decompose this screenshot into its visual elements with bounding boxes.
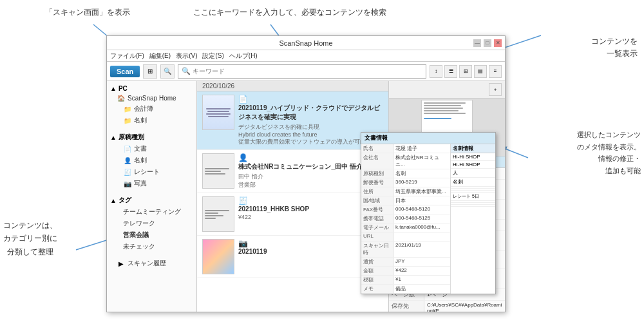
sidebar-item-receipt[interactable]: 🧾 レシート bbox=[107, 166, 196, 178]
add-meta-button[interactable]: + bbox=[489, 83, 502, 96]
minimize-button[interactable]: — bbox=[473, 39, 481, 47]
svg-line-3 bbox=[504, 148, 528, 158]
tags-header: ▲ タグ bbox=[107, 194, 196, 206]
menu-edit[interactable]: 編集(E) bbox=[149, 52, 171, 61]
menu-settings[interactable]: 設定(S) bbox=[202, 52, 223, 61]
kaikei-icon: 📁 bbox=[123, 106, 132, 113]
pc-label: PC bbox=[118, 85, 128, 92]
sidebar-item-meishi[interactable]: 📁 名刺 bbox=[107, 115, 196, 126]
view-grid-btn[interactable]: ⊞ bbox=[459, 65, 472, 78]
sidebar-item-business-card[interactable]: 👤 名刺 bbox=[107, 155, 196, 166]
scansnap-label: ScanSnap Home bbox=[128, 95, 176, 102]
sidebar-tag-unchecked[interactable]: 未チェック bbox=[107, 241, 196, 252]
annotation-meta: 選択したコンテンツのメタ情報を表示。情報の修正・追加も可能 bbox=[577, 129, 641, 177]
scan-button[interactable]: Scan bbox=[110, 66, 140, 77]
view-detail-btn[interactable]: ▤ bbox=[474, 65, 487, 78]
sidebar-item-kaikei[interactable]: 📁 会計簿 bbox=[107, 103, 196, 115]
search-box: 🔍 bbox=[178, 64, 426, 79]
menu-help[interactable]: ヘルプ(H) bbox=[229, 52, 258, 61]
item-3-thumbnail bbox=[202, 196, 234, 232]
popup-panel: 文書情報 氏名花屋 道子 会社名株式会社NRコミュニ... 原稿種別名刺 郵便番… bbox=[361, 132, 496, 294]
view-list-btn[interactable]: ☰ bbox=[444, 65, 457, 78]
search-icon-btn[interactable]: 🔍 bbox=[160, 64, 175, 79]
annotation-list-view: コンテンツを一覧表示 bbox=[591, 35, 638, 60]
pc-icon: ▲ bbox=[110, 85, 117, 92]
kaikei-label: 会計簿 bbox=[134, 104, 153, 113]
annotation-categories: コンテンツは、カテゴリー別に分類して整理 bbox=[3, 219, 57, 258]
business-card-icon: 👤 bbox=[123, 157, 132, 164]
toolbar: Scan ⊞ 🔍 🔍 ↕ ☰ ⊞ ▤ ≡ bbox=[107, 62, 505, 81]
meishi-label: 名刺 bbox=[134, 116, 147, 125]
content-type-header: ▲ 原稿種別 bbox=[107, 131, 196, 143]
receipt-icon: 🧾 bbox=[123, 169, 132, 176]
list-date-header: 2020/10/26 bbox=[197, 81, 388, 91]
menu-view[interactable]: 表示(V) bbox=[176, 52, 197, 61]
sidebar: ▲ PC 🏠 ScanSnap Home 📁 会計簿 📁 名刺 ▲ 原稿種別 bbox=[107, 81, 197, 312]
meta-row-savepath: 保存先 C:¥Users¥SC#¥AppData¥Roaming¥P... bbox=[389, 301, 505, 312]
sidebar-tag-team[interactable]: チームミーティング bbox=[107, 206, 196, 218]
document-icon: 📄 bbox=[123, 146, 132, 153]
content-type-label: 原稿種別 bbox=[118, 133, 144, 142]
list-item-1[interactable]: 📄 20210119_ハイブリッド・クラウドでデジタルビジネスを確実に実現 デジ… bbox=[197, 91, 388, 150]
item-1-title: 20210119_ハイブリッド・クラウドでデジタルビジネスを確実に実現 bbox=[238, 104, 383, 122]
list-item-2[interactable]: 👤 株式会社NRコミュニケーション_田中 悟介 田中 悟介 営業部 bbox=[197, 150, 388, 193]
item-1-doc-icon: 📄 bbox=[238, 95, 383, 104]
history-arrow-icon: ▶ bbox=[117, 260, 126, 267]
tags-label: タグ bbox=[118, 196, 131, 205]
close-button[interactable]: ✕ bbox=[494, 39, 502, 47]
menu-bar: ファイル(F) 編集(E) 表示(V) 設定(S) ヘルプ(H) bbox=[107, 50, 505, 62]
annotation-scan-screen: 「スキャン画面」を表示 bbox=[45, 6, 130, 19]
right-panel-toolbar: + bbox=[389, 81, 505, 99]
sidebar-item-document[interactable]: 📄 文書 bbox=[107, 143, 196, 155]
sidebar-scan-history[interactable]: ▶ スキャン履歴 bbox=[107, 258, 196, 269]
scansnap-icon: 🏠 bbox=[117, 95, 126, 102]
item-2-thumbnail bbox=[202, 153, 234, 189]
menu-file[interactable]: ファイル(F) bbox=[110, 52, 144, 61]
annotation-search: ここにキーワードを入力して、必要なコンテンツを検索 bbox=[193, 6, 386, 19]
content-type-arrow: ▲ bbox=[110, 134, 117, 141]
search-input[interactable] bbox=[193, 68, 422, 75]
window-title: ScanSnap Home bbox=[279, 39, 332, 47]
list-item-3[interactable]: 🧾 20210119_HHKB SHOP ¥422 bbox=[197, 193, 388, 236]
item-4-thumbnail bbox=[202, 239, 234, 274]
sidebar-tag-sales[interactable]: 営業会議 bbox=[107, 229, 196, 241]
item-1-thumbnail bbox=[202, 95, 234, 130]
sidebar-item-scansnap[interactable]: 🏠 ScanSnap Home bbox=[107, 93, 196, 103]
photo-icon: 📷 bbox=[123, 180, 132, 187]
sort-button[interactable]: ↕ bbox=[430, 65, 442, 78]
list-item-4[interactable]: 📷 20210119 bbox=[197, 236, 388, 278]
view-options-btn[interactable]: ≡ bbox=[489, 65, 502, 78]
item-1-meta1: デジタルビジネスを的確に具現 bbox=[238, 123, 383, 131]
tags-arrow: ▲ bbox=[110, 197, 117, 204]
meishi-icon: 📁 bbox=[123, 117, 132, 124]
popup-header: 文書情報 bbox=[361, 133, 495, 144]
sidebar-tag-telework[interactable]: テレワーク bbox=[107, 218, 196, 229]
restore-button[interactable]: □ bbox=[484, 39, 491, 47]
sidebar-item-photo[interactable]: 📷 写真 bbox=[107, 178, 196, 189]
pc-section-header: ▲ PC bbox=[107, 84, 196, 93]
view-icon-btn[interactable]: ⊞ bbox=[143, 64, 157, 79]
search-magnifier-icon: 🔍 bbox=[182, 67, 191, 75]
title-bar: ScanSnap Home — □ ✕ bbox=[107, 36, 505, 50]
